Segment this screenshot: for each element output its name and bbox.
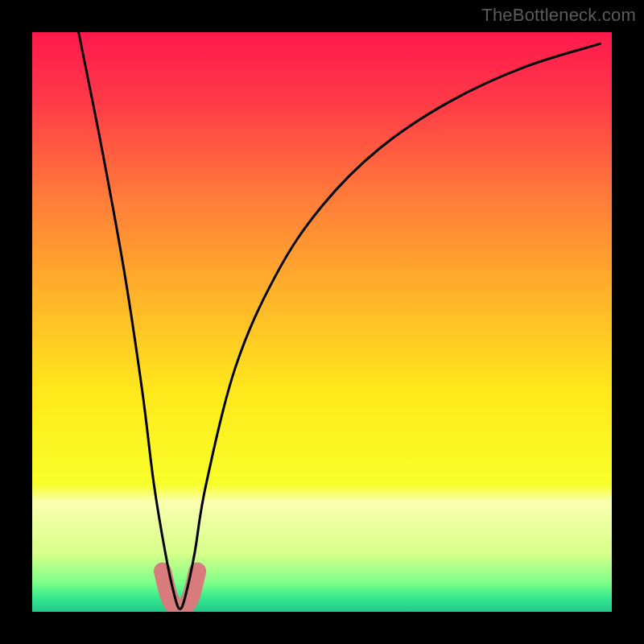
main-curve [79,32,601,609]
watermark-text: TheBottleneck.com [481,5,636,26]
plot-area [32,32,612,612]
curve-layer [32,32,612,612]
highlight-band [163,572,197,609]
chart-frame: TheBottleneck.com [0,0,644,644]
